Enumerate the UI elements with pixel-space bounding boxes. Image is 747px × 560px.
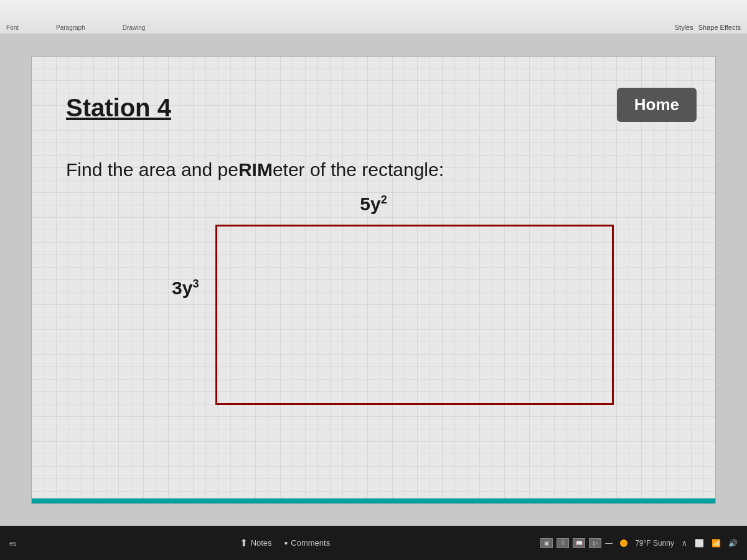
top-dimension-value: 5y2 xyxy=(360,194,387,214)
wifi-icon: 📶 xyxy=(712,539,721,548)
styles-label[interactable]: Styles xyxy=(675,24,693,31)
taskbar-center: ⬆ Notes ▪ Comments xyxy=(35,537,535,549)
ribbon-group-drawing: Drawing xyxy=(123,23,146,31)
side-dimension-value: 3y3 xyxy=(172,278,199,298)
comments-label: Comments xyxy=(291,538,330,548)
drawing-label: Drawing xyxy=(123,24,146,31)
slide-view-icons: ▣ ⠿ 📖 ▷ — xyxy=(540,538,613,548)
zoom-separator: — xyxy=(605,539,613,548)
comments-icon: ▪ xyxy=(284,538,288,549)
top-exponent: 2 xyxy=(381,194,387,206)
weather-label: 79°F Sunny xyxy=(635,539,674,548)
comments-button[interactable]: ▪ Comments xyxy=(284,538,331,549)
ribbon-bar: Font Paragraph Drawing Styles Shape Effe… xyxy=(0,0,747,34)
volume-icon: 🔊 xyxy=(728,539,738,548)
font-label: Font xyxy=(6,24,19,31)
slide-title: Station 4 xyxy=(66,94,171,122)
instruction-part2: eter of the rectangle: xyxy=(273,159,444,180)
notes-button[interactable]: ⬆ Notes xyxy=(240,537,272,549)
rectangle-shape xyxy=(215,225,614,405)
side-exponent: 3 xyxy=(192,278,199,290)
weather-icon xyxy=(620,539,627,547)
grid-view-icon[interactable]: ⠿ xyxy=(557,538,569,548)
taskbar: es ⬆ Notes ▪ Comments ▣ ⠿ 📖 ▷ — 79°F Sun… xyxy=(0,526,747,560)
instruction-rim: RIM xyxy=(238,159,273,180)
slide-bottom-bar xyxy=(32,498,715,503)
normal-view-icon[interactable]: ▣ xyxy=(540,538,553,548)
notes-label: Notes xyxy=(251,538,272,548)
ribbon-group-paragraph: Paragraph xyxy=(56,23,85,31)
ribbon-right-section: Styles Shape Effects xyxy=(675,24,741,31)
rectangle-container xyxy=(215,225,614,405)
shape-effects-label[interactable]: Shape Effects xyxy=(698,24,741,31)
slideshow-icon[interactable]: ▷ xyxy=(589,538,601,548)
instructions-text: Find the area and peRIMeter of the recta… xyxy=(66,159,444,180)
side-dimension-label: 3y3 xyxy=(172,278,199,299)
reading-view-icon[interactable]: 📖 xyxy=(573,538,585,548)
notes-icon: ⬆ xyxy=(240,537,248,549)
system-chevron-icon: ∧ xyxy=(682,539,687,548)
top-dimension-label: 5y2 xyxy=(32,194,715,215)
presentation-slide: Station 4 Home Find the area and peRIMet… xyxy=(31,56,716,504)
slide-area: Station 4 Home Find the area and peRIMet… xyxy=(0,34,747,526)
ribbon-group-font: Font xyxy=(6,23,19,31)
taskbar-left-label: es xyxy=(9,539,17,547)
paragraph-label: Paragraph xyxy=(56,24,85,31)
system-screen-icon: ⬜ xyxy=(695,539,704,548)
taskbar-right: ▣ ⠿ 📖 ▷ — 79°F Sunny ∧ ⬜ 📶 🔊 xyxy=(540,538,738,548)
home-button[interactable]: Home xyxy=(617,88,697,122)
instruction-part1: Find the area and pe xyxy=(66,159,238,180)
